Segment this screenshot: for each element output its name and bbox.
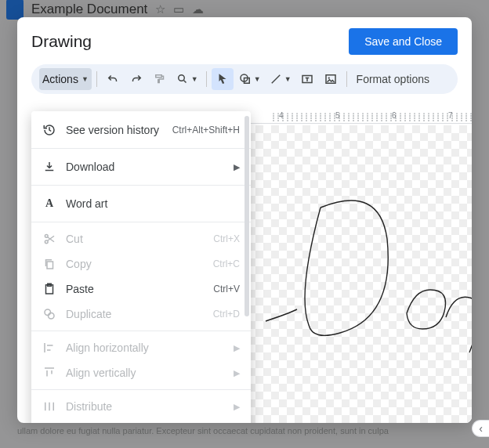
textbox-icon	[300, 72, 314, 86]
menu-divider	[31, 331, 251, 331]
menu-item-copy: Copy Ctrl+C	[31, 251, 251, 276]
redo-icon	[129, 72, 143, 86]
download-icon	[42, 160, 56, 174]
toolbar-separator	[96, 71, 97, 87]
toolbar-separator	[206, 71, 207, 87]
save-and-close-button[interactable]: Save and Close	[349, 28, 458, 55]
menu-divider	[31, 389, 251, 390]
line-dropdown[interactable]: ▼	[266, 68, 295, 90]
distribute-icon	[42, 399, 56, 414]
drawing-toolbar: Actions▼ ▼ ▼ ▼	[31, 64, 458, 94]
menu-item-download[interactable]: Download ▶	[31, 153, 251, 181]
menu-divider	[31, 222, 251, 222]
menu-item-version-history[interactable]: See version history Ctrl+Alt+Shift+H	[31, 116, 251, 144]
wordart-icon: A	[42, 197, 56, 211]
textbox-button[interactable]	[296, 68, 318, 90]
image-icon	[324, 72, 338, 86]
menu-item-word-art[interactable]: A Word art	[31, 190, 251, 218]
scissors-icon	[42, 232, 56, 246]
menu-divider	[31, 148, 251, 149]
line-icon	[269, 72, 283, 86]
clipboard-icon	[42, 282, 56, 296]
format-options-button[interactable]: Format options	[352, 73, 434, 85]
shape-icon	[238, 72, 252, 86]
submenu-arrow-icon: ▶	[234, 162, 240, 172]
submenu-arrow-icon: ▶	[234, 402, 240, 412]
chevron-left-icon: ‹	[479, 422, 483, 435]
svg-point-5	[328, 77, 329, 78]
undo-icon	[106, 72, 120, 86]
actions-dropdown[interactable]: Actions▼	[39, 68, 92, 90]
zoom-icon	[176, 72, 190, 86]
toolbar-separator	[346, 71, 347, 87]
align-vertical-icon	[42, 366, 56, 380]
menu-item-duplicate: Duplicate Ctrl+D	[31, 302, 251, 327]
menu-scrollbar[interactable]	[244, 116, 249, 316]
cursor-icon	[216, 72, 230, 86]
align-horizontal-icon	[42, 341, 56, 355]
copy-icon	[42, 257, 56, 271]
svg-point-0	[179, 75, 185, 81]
side-panel-toggle[interactable]: ‹	[472, 420, 489, 437]
submenu-arrow-icon: ▶	[234, 368, 240, 378]
menu-item-align-horizontal: Align horizontally ▶	[31, 335, 251, 360]
actions-menu: See version history Ctrl+Alt+Shift+H Dow…	[31, 111, 251, 423]
svg-point-6	[45, 240, 48, 244]
drawing-dialog: Drawing Save and Close Actions▼ ▼	[17, 17, 472, 423]
menu-item-align-vertical: Align vertically ▶	[31, 360, 251, 385]
menu-item-paste[interactable]: Paste Ctrl+V	[31, 276, 251, 302]
redo-button[interactable]	[125, 68, 147, 90]
menu-divider	[31, 185, 251, 186]
menu-item-rotate: Rotate ▶	[31, 419, 251, 423]
history-icon	[42, 123, 56, 137]
undo-button[interactable]	[102, 68, 124, 90]
menu-item-cut: Cut Ctrl+X	[31, 226, 251, 251]
paint-roller-icon	[153, 72, 167, 86]
svg-point-11	[45, 309, 51, 316]
svg-point-12	[49, 313, 55, 320]
svg-point-7	[45, 234, 48, 237]
duplicate-icon	[42, 307, 56, 321]
paint-format-button[interactable]	[149, 68, 171, 90]
menu-item-distribute: Distribute ▶	[31, 394, 251, 419]
svg-rect-8	[47, 262, 53, 269]
image-button[interactable]	[320, 68, 342, 90]
dialog-title: Drawing	[31, 32, 92, 51]
shape-dropdown[interactable]: ▼	[235, 68, 264, 90]
zoom-dropdown[interactable]: ▼	[172, 68, 201, 90]
dialog-header: Drawing Save and Close	[17, 17, 472, 61]
submenu-arrow-icon: ▶	[234, 343, 240, 353]
select-tool[interactable]	[212, 68, 234, 90]
